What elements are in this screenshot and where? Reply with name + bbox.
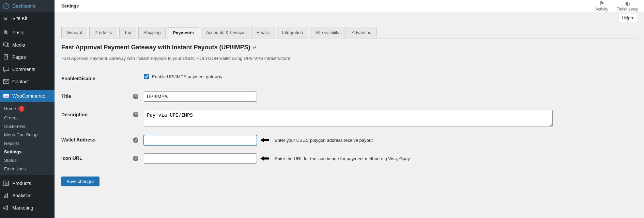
wallet-hint-text: Enter your USDC polygon address receive … <box>275 138 373 143</box>
tab-payments[interactable]: Payments <box>168 27 199 38</box>
description-textarea[interactable] <box>144 110 553 127</box>
tab-shipping[interactable]: Shipping <box>138 27 166 38</box>
section-title-text: Fast Approval Payment Gateway with Insta… <box>61 44 250 51</box>
topbar: Settings ⚑ Activity ◐ Finish setup <box>55 0 644 12</box>
arrow-left-icon <box>260 137 269 143</box>
progress-icon: ◐ <box>625 1 630 6</box>
submenu-orders[interactable]: Orders <box>0 114 55 122</box>
sidebar-item-products[interactable]: Products <box>0 177 55 189</box>
svg-rect-12 <box>7 193 8 198</box>
sidebar-item-sitekit[interactable]: G Site Kit <box>0 12 55 24</box>
section-title: Fast Approval Payment Gateway with Insta… <box>61 44 637 51</box>
submenu-status[interactable]: Status <box>0 156 55 165</box>
submenu-label: Menu Cart Setup <box>4 132 37 137</box>
activity-button[interactable]: ⚑ Activity <box>595 1 608 12</box>
sidebar-item-label: Analytics <box>12 193 31 198</box>
sidebar-item-label: Contact <box>12 79 29 84</box>
sidebar-item-label: Posts <box>12 30 24 35</box>
main-content: Settings ⚑ Activity ◐ Finish setup Help … <box>55 0 644 218</box>
finish-setup-button[interactable]: ◐ Finish setup <box>616 1 639 12</box>
woocommerce-icon: woo <box>3 93 10 99</box>
save-changes-button[interactable]: Save changes <box>61 177 99 186</box>
products-icon <box>3 180 10 187</box>
submenu-settings[interactable]: Settings <box>0 148 55 156</box>
help-tip-icon[interactable]: ? <box>133 112 138 117</box>
submenu-label: Home <box>4 106 16 111</box>
sidebar-item-analytics[interactable]: Analytics <box>0 189 55 202</box>
sidebar-item-label: Site Kit <box>12 16 27 21</box>
title-label: Title <box>61 87 129 106</box>
svg-point-3 <box>4 44 5 45</box>
envelope-icon <box>3 78 10 85</box>
submenu-label: Settings <box>4 149 21 154</box>
submenu-menu-cart-setup[interactable]: Menu Cart Setup <box>0 131 55 139</box>
pin-icon <box>3 29 10 36</box>
help-tip-icon[interactable]: ? <box>133 156 138 161</box>
topbar-actions: ⚑ Activity ◐ Finish setup <box>595 1 639 12</box>
enable-checkbox[interactable] <box>144 74 149 79</box>
help-tip-icon[interactable]: ? <box>133 94 138 99</box>
svg-text:G: G <box>3 16 7 21</box>
sidebar-item-label: WooCommerce <box>12 93 45 99</box>
breadcrumb: Settings <box>61 3 79 9</box>
analytics-icon <box>3 192 10 199</box>
woocommerce-submenu: Home 2 Orders Customers Menu Cart Setup … <box>0 102 55 175</box>
activity-label: Activity <box>595 7 608 12</box>
sitekit-icon: G <box>3 15 10 22</box>
description-label: Description <box>61 106 129 131</box>
icon-url-label: Icon URL <box>61 149 129 168</box>
section-description: Fast Approval Payment Gateway with Insta… <box>61 56 637 61</box>
sidebar-item-dashboard[interactable]: Dashboard <box>0 0 55 12</box>
media-icon <box>3 41 10 48</box>
sidebar-item-label: Marketing <box>12 205 33 211</box>
sidebar-item-pages[interactable]: Pages <box>0 51 55 63</box>
submenu-reports[interactable]: Reports <box>0 139 55 148</box>
svg-rect-11 <box>5 194 6 198</box>
icon-hint-text: Enter the URL for the icon image for pay… <box>275 156 410 161</box>
tab-integration[interactable]: Integration <box>277 27 308 38</box>
help-tip-icon[interactable]: ? <box>133 137 138 143</box>
sidebar-item-woocommerce[interactable]: woo WooCommerce <box>0 90 55 102</box>
submenu-customers[interactable]: Customers <box>0 122 55 131</box>
sidebar-item-posts[interactable]: Posts <box>0 27 55 39</box>
settings-tabs: General Products Tax Shipping Payments A… <box>61 27 637 38</box>
title-input[interactable] <box>144 91 257 102</box>
tab-emails[interactable]: Emails <box>251 27 275 38</box>
enable-checkbox-wrapper[interactable]: Enable UPI/IMPS payment gateway <box>144 74 223 79</box>
sidebar-item-media[interactable]: Media <box>0 39 55 51</box>
submenu-label: Extensions <box>4 166 26 171</box>
svg-rect-10 <box>4 196 5 198</box>
help-toggle-button[interactable]: Help ▾ <box>618 14 637 22</box>
sidebar-item-label: Dashboard <box>12 3 36 9</box>
submenu-home[interactable]: Home 2 <box>0 104 55 114</box>
settings-form-table: Enable/Disable ? Enable UPI/IMPS payment… <box>61 70 637 168</box>
sidebar-item-label: Pages <box>12 54 26 60</box>
sidebar-item-contact[interactable]: Contact <box>0 76 55 88</box>
pages-icon <box>3 54 10 61</box>
sidebar-item-marketing[interactable]: Marketing <box>0 202 55 214</box>
tab-site-visibility[interactable]: Site visibility <box>310 27 344 38</box>
megaphone-icon <box>3 204 10 211</box>
wp-admin-sidebar: Dashboard G Site Kit Posts Media Pages C… <box>0 0 55 218</box>
tab-tax[interactable]: Tax <box>119 27 136 38</box>
tab-general[interactable]: General <box>61 27 87 38</box>
sidebar-item-label: Products <box>12 181 31 186</box>
back-link[interactable]: ↵ <box>253 45 257 50</box>
sidebar-item-comments[interactable]: Comments <box>0 63 55 76</box>
enable-checkbox-label: Enable UPI/IMPS payment gateway <box>152 74 223 79</box>
wallet-address-label: Wallet Address <box>61 131 129 149</box>
svg-rect-9 <box>5 182 7 185</box>
tab-accounts-privacy[interactable]: Accounts & Privacy <box>201 27 249 38</box>
wallet-address-input[interactable] <box>144 135 257 145</box>
submenu-label: Status <box>4 158 17 163</box>
tab-advanced[interactable]: Advanced <box>347 27 377 38</box>
icon-url-input[interactable] <box>144 153 257 164</box>
submenu-extensions[interactable]: Extensions <box>0 165 55 173</box>
submenu-label: Orders <box>4 115 18 120</box>
dashboard-icon <box>3 3 10 10</box>
submenu-label: Customers <box>4 124 26 129</box>
arrow-left-icon <box>260 156 269 161</box>
finish-setup-label: Finish setup <box>616 7 639 12</box>
tab-products[interactable]: Products <box>89 27 117 38</box>
svg-rect-2 <box>3 43 7 46</box>
